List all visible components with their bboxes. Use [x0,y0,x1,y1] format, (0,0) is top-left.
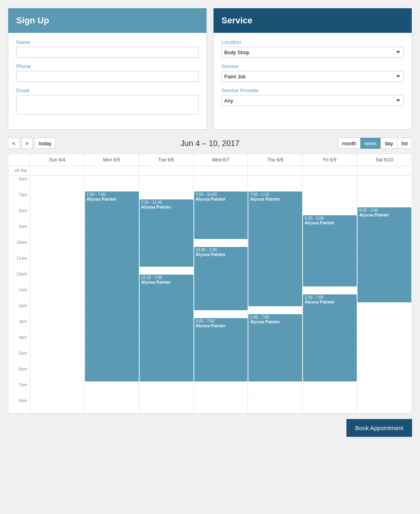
col-mon-4pm[interactable] [85,334,139,350]
col-sat-8am[interactable] [357,207,412,223]
col-sat-3pm[interactable] [357,318,412,334]
col-mon-3pm[interactable] [85,318,139,334]
provider-select[interactable]: Any Alyssa Painter John Smith [221,95,404,106]
col-wed-3pm[interactable] [194,318,248,334]
col-tue-2pm[interactable] [139,302,194,318]
col-sat-11am[interactable] [357,255,412,271]
col-thu-10am[interactable] [248,239,303,255]
col-mon-11am[interactable] [85,255,139,271]
col-thu-3pm[interactable] [248,318,303,334]
col-sat-6am[interactable] [357,176,412,192]
col-wed-11am[interactable] [194,255,248,271]
email-input[interactable] [16,95,199,115]
col-fri-8am[interactable] [303,207,357,223]
col-fri-3pm[interactable] [303,318,357,334]
col-sun-7am[interactable] [30,192,85,207]
col-sun-9am[interactable] [30,223,85,239]
col-sat-10am[interactable] [357,239,412,255]
col-fri-12pm[interactable] [303,271,357,286]
col-sun-8pm[interactable] [30,397,85,413]
col-fri-6pm[interactable] [303,366,357,381]
col-thu-7am[interactable] [248,192,303,207]
col-tue-8am[interactable] [139,207,194,223]
col-mon-7am[interactable] [85,192,139,207]
col-sun-10am[interactable] [30,239,85,255]
col-wed-6pm[interactable] [194,366,248,381]
col-fri-5pm[interactable] [303,350,357,366]
col-wed-1pm[interactable] [194,286,248,302]
col-sat-12pm[interactable] [357,271,412,286]
col-sun-12pm[interactable] [30,271,85,286]
col-sun-7pm[interactable] [30,381,85,397]
col-thu-6pm[interactable] [248,366,303,381]
col-mon-5pm[interactable] [85,350,139,366]
col-wed-10am[interactable] [194,239,248,255]
col-wed-4pm[interactable] [194,334,248,350]
col-thu-1pm[interactable] [248,286,303,302]
col-thu-2pm[interactable] [248,302,303,318]
col-sat-9am[interactable] [357,223,412,239]
col-tue-7am[interactable] [139,192,194,207]
col-wed-6am[interactable] [194,176,248,192]
col-mon-12pm[interactable] [85,271,139,286]
col-mon-2pm[interactable] [85,302,139,318]
col-wed-8am[interactable] [194,207,248,223]
col-fri-10am[interactable] [303,239,357,255]
day-view-button[interactable]: day [380,138,397,149]
col-fri-9am[interactable] [303,223,357,239]
col-wed-5pm[interactable] [194,350,248,366]
col-tue-9am[interactable] [139,223,194,239]
col-fri-11am[interactable] [303,255,357,271]
col-tue-6pm[interactable] [139,366,194,381]
col-sat-8pm[interactable] [357,397,412,413]
col-tue-10am[interactable] [139,239,194,255]
next-button[interactable]: > [21,138,33,149]
col-sat-7pm[interactable] [357,381,412,397]
col-mon-8pm[interactable] [85,397,139,413]
col-sun-11am[interactable] [30,255,85,271]
book-appointment-button[interactable]: Book Appointment [346,419,412,437]
col-sun-1pm[interactable] [30,286,85,302]
col-fri-7am[interactable] [303,192,357,207]
location-select[interactable]: Body Shop Main Garage North Location [221,47,404,58]
col-tue-11am[interactable] [139,255,194,271]
col-wed-12pm[interactable] [194,271,248,286]
col-sat-1pm[interactable] [357,286,412,302]
col-thu-7pm[interactable] [248,381,303,397]
col-wed-7am[interactable] [194,192,248,207]
col-thu-5pm[interactable] [248,350,303,366]
col-sat-5pm[interactable] [357,350,412,366]
col-thu-8pm[interactable] [248,397,303,413]
col-thu-8am[interactable] [248,207,303,223]
col-sun-4pm[interactable] [30,334,85,350]
list-view-button[interactable]: list [397,138,412,149]
col-tue-6am[interactable] [139,176,194,192]
col-mon-7pm[interactable] [85,381,139,397]
col-thu-12pm[interactable] [248,271,303,286]
col-tue-3pm[interactable] [139,318,194,334]
col-sun-3pm[interactable] [30,318,85,334]
calendar-scrollable[interactable]: 6am 7am 8am [8,176,412,413]
today-button[interactable]: today [34,138,56,149]
col-fri-8pm[interactable] [303,397,357,413]
col-mon-1pm[interactable] [85,286,139,302]
col-sun-5pm[interactable] [30,350,85,366]
col-wed-9am[interactable] [194,223,248,239]
col-thu-9am[interactable] [248,223,303,239]
col-thu-4pm[interactable] [248,334,303,350]
col-sun-2pm[interactable] [30,302,85,318]
col-mon-10am[interactable] [85,239,139,255]
col-sat-7am[interactable] [357,192,412,207]
col-sat-2pm[interactable] [357,302,412,318]
col-fri-1pm[interactable] [303,286,357,302]
phone-input[interactable] [16,71,199,82]
week-view-button[interactable]: week [360,138,381,149]
col-sat-4pm[interactable] [357,334,412,350]
col-mon-9am[interactable] [85,223,139,239]
name-input[interactable] [16,47,199,58]
col-tue-7pm[interactable] [139,381,194,397]
col-tue-5pm[interactable] [139,350,194,366]
col-sun-6pm[interactable] [30,366,85,381]
col-fri-4pm[interactable] [303,334,357,350]
col-tue-4pm[interactable] [139,334,194,350]
